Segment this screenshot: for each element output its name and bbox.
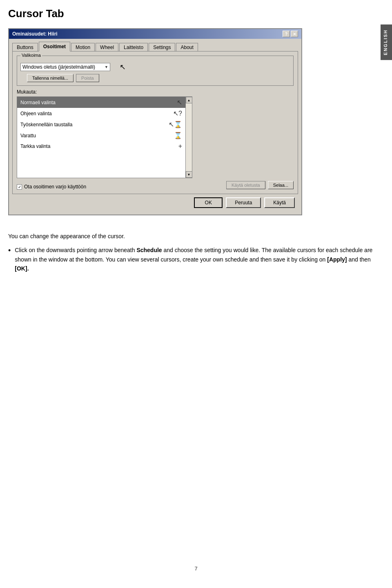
bullet-bold: Schedule bbox=[136, 247, 162, 253]
shadow-checkbox-row: ✓ Ota osoitimen varjo käyttöön bbox=[17, 184, 224, 190]
intro-paragraph: You can change the appearance of the cur… bbox=[8, 232, 384, 241]
scroll-track bbox=[186, 103, 192, 171]
cursor-preview: ↖ bbox=[110, 63, 135, 72]
cursor-normal-icon: ↖ bbox=[177, 98, 182, 106]
dropdown-value: Windows oletus (järjestelmämalli) bbox=[22, 64, 95, 70]
bullet-pre: Click on the downwards pointing arrow be… bbox=[15, 247, 136, 253]
dialog-content: Buttons Osoitimet Motion Wheel Laitteist… bbox=[9, 39, 301, 215]
tab-settings[interactable]: Settings bbox=[149, 43, 175, 51]
group-label: Valikoima bbox=[20, 53, 42, 58]
scroll-up-button[interactable]: ▲ bbox=[186, 97, 192, 103]
body-text: You can change the appearance of the cur… bbox=[0, 224, 392, 273]
dialog-window: Ominaisuudet: Hiiri ? ✕ Buttons Osoitime… bbox=[8, 28, 302, 215]
cursor-background-icon: ↖⌛ bbox=[169, 121, 182, 128]
cursor-arrow-icon: ↖ bbox=[120, 63, 126, 72]
list-item-label: Normaeli valinta bbox=[20, 100, 56, 105]
page-number: 7 bbox=[0, 557, 392, 580]
cursor-busy-icon: ⌛ bbox=[174, 132, 182, 139]
delete-button[interactable]: Poista bbox=[76, 74, 99, 82]
bullet-ok: [OK]. bbox=[15, 265, 29, 272]
scroll-down-button[interactable]: ▼ bbox=[186, 171, 192, 178]
cursor-help-icon: ↖? bbox=[173, 110, 182, 117]
bullet-apply: [Apply] bbox=[327, 256, 347, 263]
tab-buttons[interactable]: Buttons bbox=[12, 43, 38, 51]
tab-motion[interactable]: Motion bbox=[71, 43, 95, 51]
apply-button[interactable]: Käytä bbox=[264, 197, 295, 208]
cursor-listbox[interactable]: Normaeli valinta ↖ Ohjeen valinta ↖? Työ… bbox=[17, 96, 192, 178]
cursor-list-area: Normaeli valinta ↖ Ohjeen valinta ↖? Työ… bbox=[17, 96, 294, 178]
bottom-row: ✓ Ota osoitimen varjo käyttöön Käytä ole… bbox=[17, 181, 294, 190]
list-item[interactable]: Ohjeen valinta ↖? bbox=[17, 108, 185, 119]
list-item-label: Työskennelläin taustalla bbox=[20, 122, 72, 127]
schedule-dropdown[interactable]: Windows oletus (järjestelmämalli) ▼ bbox=[20, 63, 110, 71]
shadow-checkbox-label: Ota osoitimen varjo käyttöön bbox=[24, 184, 86, 190]
list-item[interactable]: Normaeli valinta ↖ bbox=[17, 97, 185, 108]
side-language-tab: ENGLISH bbox=[381, 25, 392, 60]
tab-osoitimet[interactable]: Osoitimet bbox=[39, 42, 70, 51]
save-name-button[interactable]: Tallenna nimellä... bbox=[27, 74, 74, 82]
group-valikoima: Valikoima Windows oletus (järjestelmämal… bbox=[17, 56, 294, 86]
list-item[interactable]: Tarkka valinta + bbox=[17, 141, 185, 152]
bullet-dot-icon: • bbox=[8, 246, 11, 273]
dialog-title: Ominaisuudet: Hiiri bbox=[12, 31, 58, 37]
cancel-button[interactable]: Peruuta bbox=[226, 197, 261, 208]
valikoima-buttons: Tallenna nimellä... Poista bbox=[27, 74, 290, 82]
list-scrollbar[interactable]: ▲ ▼ bbox=[185, 97, 192, 178]
tab-wheel[interactable]: Wheel bbox=[96, 43, 118, 51]
list-item[interactable]: Varattu ⌛ bbox=[17, 130, 185, 141]
tab-panel-osoitimet: Valikoima Windows oletus (järjestelmämal… bbox=[12, 51, 298, 194]
use-default-button[interactable]: Käytä oletusta bbox=[226, 181, 265, 189]
list-item[interactable]: Työskennelläin taustalla ↖⌛ bbox=[17, 119, 185, 130]
close-button[interactable]: ✕ bbox=[291, 31, 298, 37]
tab-laitteisto[interactable]: Laitteisto bbox=[119, 43, 148, 51]
titlebar-buttons: ? ✕ bbox=[283, 31, 298, 37]
dialog-titlebar: Ominaisuudet: Hiiri ? ✕ bbox=[9, 29, 301, 39]
tab-bar: Buttons Osoitimet Motion Wheel Laitteist… bbox=[12, 41, 298, 51]
list-item-label: Varattu bbox=[20, 133, 36, 139]
browse-button[interactable]: Selaa... bbox=[268, 181, 294, 189]
page-title: Cursor Tab bbox=[0, 0, 392, 24]
tab-about[interactable]: About bbox=[176, 43, 198, 51]
help-button[interactable]: ? bbox=[283, 31, 290, 37]
cursor-precision-icon: + bbox=[178, 143, 182, 150]
bullet-item-1: • Click on the downwards pointing arrow … bbox=[8, 246, 384, 273]
shadow-checkbox[interactable]: ✓ bbox=[17, 184, 22, 190]
list-item-label: Ohjeen valinta bbox=[20, 111, 52, 116]
list-items-container: Normaeli valinta ↖ Ohjeen valinta ↖? Työ… bbox=[17, 97, 185, 178]
dialog-footer: OK Peruuta Käytä bbox=[12, 194, 298, 211]
ok-button[interactable]: OK bbox=[194, 197, 223, 208]
list-item-label: Tarkka valinta bbox=[20, 143, 50, 149]
dropdown-arrow-icon: ▼ bbox=[105, 65, 108, 69]
mukauta-label: Mukauta: bbox=[17, 89, 294, 95]
bullet-and: and then bbox=[347, 256, 371, 263]
bullet-text: Click on the downwards pointing arrow be… bbox=[15, 246, 384, 273]
